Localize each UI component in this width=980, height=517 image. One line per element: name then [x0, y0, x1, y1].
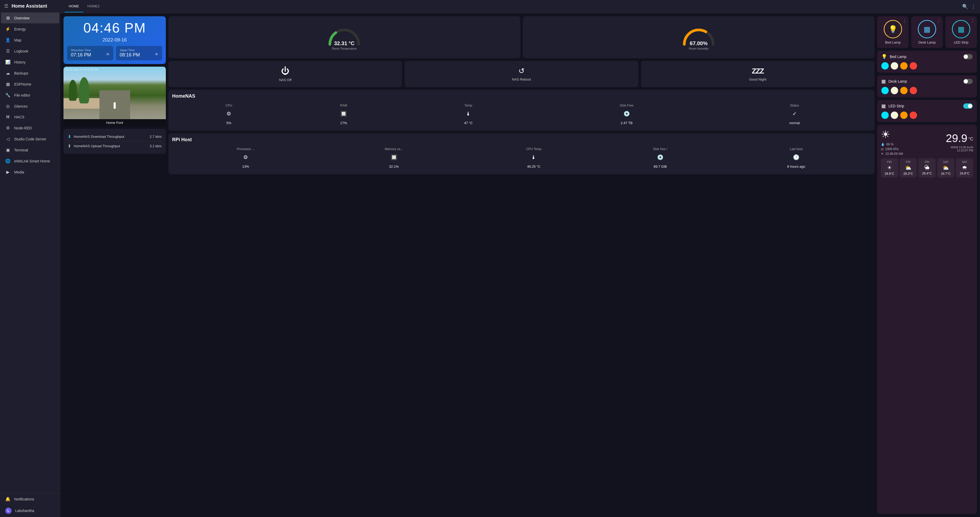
led-strip-ctrl-header: ▦ LED Strip: [881, 103, 973, 109]
homenas-status-icon: ✓: [721, 110, 868, 117]
bed-lamp-toggle[interactable]: [963, 54, 973, 59]
led-strip-toggle[interactable]: [963, 103, 973, 109]
desk-lamp-color-white[interactable]: [891, 87, 898, 94]
led-strip-card[interactable]: ⋮ ▦ LED Strip: [945, 16, 977, 48]
sidebar-item-overview[interactable]: ⊞ Overview: [1, 13, 59, 23]
humidity-icon: 💧: [881, 143, 885, 146]
rpi-col-temp: CPU Temp: [469, 146, 598, 152]
sidebar-label-map: Map: [14, 38, 21, 42]
dashboard: 04:46 PM 2022-09-16 Shenzhen Time 07:16 …: [60, 13, 980, 517]
led-strip-label: LED Strip: [954, 40, 969, 45]
rpi-boot-val: 8 hours ago: [722, 163, 870, 170]
more-options-icon[interactable]: ⋮: [971, 4, 976, 10]
sidebar-label-overview: Overview: [14, 16, 29, 20]
homenas-col-disk: Disk Free: [535, 103, 718, 108]
desk-lamp-color-orange[interactable]: [900, 87, 908, 94]
forecast-sat-1: SAT ⛅ 24.7°C: [937, 158, 955, 178]
forecast-temp-3: 24.7°C: [938, 172, 953, 176]
menu-icon[interactable]: ☰: [4, 3, 8, 9]
tab-home[interactable]: HOME: [65, 0, 83, 12]
sidebar-item-media[interactable]: ▶ Media: [1, 167, 59, 177]
sidebar-item-history[interactable]: 📊 History: [1, 57, 59, 67]
desk-lamp-toggle[interactable]: [963, 79, 973, 84]
nas-off-button[interactable]: ⏻ NAS Off: [169, 61, 402, 87]
rpi-mem-icon: 🔲: [321, 154, 466, 160]
rpi-mem-val: 32.1%: [319, 163, 469, 170]
sunrise-val: 10:48:09 AM: [885, 152, 903, 156]
sidebar-item-node-red[interactable]: ⚙ Node-RED: [1, 122, 59, 133]
sidebar-bottom: 🔔 Notifications L Lakshantha: [0, 493, 60, 517]
temperature-label: Room Temperature: [332, 47, 356, 50]
sidebar-item-logbook[interactable]: ☰ Logbook: [1, 46, 59, 56]
homenas-temp-icon: 🌡: [404, 111, 532, 117]
forecast-day-3: SAT: [938, 160, 953, 164]
weather-unit: °C: [969, 137, 973, 141]
sidebar-item-map[interactable]: 👤 Map: [1, 35, 59, 45]
tab-home2[interactable]: HOME2: [83, 0, 103, 12]
topbar-actions: 🔍 ⋮: [962, 4, 976, 10]
time-display: 04:46 PM: [67, 20, 162, 36]
forecast-fri-1: FRI ☀ 29.9°C: [881, 158, 898, 178]
bed-lamp-color-red[interactable]: [910, 62, 917, 70]
led-strip-more-icon[interactable]: ⋮: [970, 18, 975, 23]
bed-lamp-more-icon[interactable]: ⋮: [902, 18, 907, 23]
led-strip-ctrl-icon: ▦: [881, 103, 886, 109]
upload-value: 3.1 kb/s: [150, 144, 162, 148]
sidebar-label-media: Media: [14, 170, 24, 174]
desk-lamp-label: Desk Lamp: [918, 40, 935, 45]
sidebar-item-ewelink[interactable]: 🌐 eWeLink Smart Home: [1, 156, 59, 166]
desk-lamp-ctrl-header: ▦ Desk Lamp: [881, 78, 973, 84]
backups-icon: ☁: [5, 71, 11, 76]
forecast-day-0: FRI: [882, 160, 897, 164]
humidity-detail: 💧 66 %: [881, 143, 903, 146]
weather-temp-display: 29.9 °C: [946, 132, 973, 145]
sidebar-item-hacs[interactable]: H HACS: [1, 112, 59, 122]
sidebar-item-file-editor[interactable]: 🔧 File editor: [1, 90, 59, 100]
desk-lamp-color-cyan[interactable]: [881, 87, 889, 94]
pressure-icon: ◎: [881, 147, 883, 151]
desk-lamp-more-icon[interactable]: ⋮: [937, 18, 941, 23]
sidebar-item-user[interactable]: L Lakshantha: [1, 505, 59, 517]
forecast-temp-4: 24.8°C: [957, 172, 972, 175]
sidebar: ☰ Home Assistant ⊞ Overview ⚡ Energy 👤 M…: [0, 0, 60, 517]
main-content: HOME HOME2 🔍 ⋮ 04:46 PM 2022-09-16 Shenz…: [60, 0, 980, 517]
camera-card: 09-16-2022 Fri 04:46:25 PM Home Font: [64, 67, 166, 126]
upload-label: HomeNAS Upload Throughput: [74, 144, 147, 148]
forecast-fri-2: FRI ⛅ 28.3°C: [900, 158, 917, 178]
led-strip-color-orange[interactable]: [900, 111, 908, 119]
bed-lamp-card[interactable]: ⋮ 💡 Bed Lamp: [877, 16, 908, 48]
sidebar-item-energy[interactable]: ⚡ Energy: [1, 24, 59, 34]
bed-lamp-color-white[interactable]: [891, 62, 898, 70]
homenas-col-cpu: CPU: [173, 103, 285, 108]
bed-lamp-color-cyan[interactable]: [881, 62, 889, 70]
led-strip-color-white[interactable]: [891, 111, 898, 119]
homenas-disk-val: 2.47 TB: [535, 119, 718, 127]
homenas-ram-icon: 🔲: [288, 110, 399, 117]
sidebar-item-notifications[interactable]: 🔔 Notifications: [1, 494, 59, 504]
japan-time-card: Japan Time 08:16 PM 👁: [116, 46, 162, 60]
search-icon[interactable]: 🔍: [962, 4, 968, 10]
led-strip-control: ▦ LED Strip: [877, 100, 977, 122]
sidebar-item-studio-code-server[interactable]: ◁ Studio Code Server: [1, 134, 59, 144]
led-strip-color-red[interactable]: [910, 111, 917, 119]
desk-lamp-card[interactable]: ⋮ ▦ Desk Lamp: [911, 16, 943, 48]
forecast-day-2: FRI: [920, 160, 935, 164]
led-strip-color-cyan[interactable]: [881, 111, 889, 119]
homenas-title: HomeNAS: [172, 94, 871, 99]
good-night-button[interactable]: ZZZ Good Night: [641, 61, 875, 87]
terminal-icon: ▣: [5, 148, 11, 153]
logbook-icon: ☰: [5, 49, 11, 54]
sidebar-nav: ⊞ Overview ⚡ Energy 👤 Map ☰ Logbook 📊 Hi…: [0, 12, 60, 178]
sidebar-label-terminal: Terminal: [14, 148, 28, 152]
sidebar-item-esphome[interactable]: ▦ ESPHome: [1, 79, 59, 89]
forecast-icon-1: ⛅: [901, 165, 916, 171]
bed-lamp-color-orange[interactable]: [900, 62, 908, 70]
desk-lamp-color-red[interactable]: [910, 87, 917, 94]
homenas-disk-icon: 💿: [537, 110, 716, 117]
nas-reboot-button[interactable]: ↺ NAS Reboot: [405, 61, 638, 87]
sidebar-item-glances[interactable]: ◎ Glances: [1, 101, 59, 111]
forecast-day-1: FRI: [901, 160, 916, 164]
sidebar-item-terminal[interactable]: ▣ Terminal: [1, 145, 59, 155]
sidebar-item-backups[interactable]: ☁ Backups: [1, 68, 59, 78]
nas-reboot-icon: ↺: [519, 67, 525, 75]
